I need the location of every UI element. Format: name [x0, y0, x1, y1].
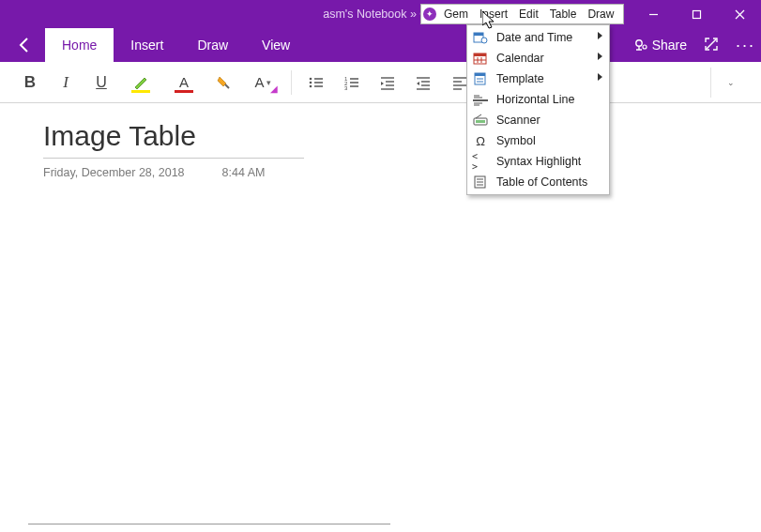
- menu-label: Date and Time: [496, 31, 572, 44]
- tab-draw[interactable]: Draw: [180, 28, 245, 62]
- fullscreen-button[interactable]: [704, 37, 719, 54]
- menu-item-symbol[interactable]: Ω Symbol: [468, 130, 608, 151]
- underline-button[interactable]: U: [84, 68, 118, 98]
- ribbon-toolbar: B I U A A ◢ ▾ 123 ▾ ng 1 ⌄: [0, 62, 761, 103]
- clear-format-icon: A: [254, 74, 264, 90]
- more-button[interactable]: ···: [736, 36, 755, 55]
- menu-item-table-of-contents[interactable]: Table of Contents: [468, 172, 608, 192]
- menu-label: Calendar: [496, 52, 544, 65]
- tab-label: View: [262, 38, 290, 53]
- share-label: Share: [652, 38, 687, 53]
- tab-label: Draw: [197, 38, 228, 53]
- menu-item-horizontal-line[interactable]: Horizontal Line: [468, 89, 608, 110]
- format-painter-button[interactable]: [206, 68, 240, 98]
- page-time[interactable]: 8:44 AM: [222, 166, 266, 179]
- gem-menu-table[interactable]: Table: [544, 7, 583, 22]
- bullet-list-button[interactable]: [299, 68, 333, 98]
- highlighter-icon: [132, 74, 149, 91]
- svg-point-4: [635, 40, 641, 46]
- gem-menu-insert[interactable]: Insert: [474, 7, 513, 22]
- divider: [291, 70, 292, 95]
- omega-icon: Ω: [472, 133, 489, 148]
- svg-marker-23: [381, 82, 384, 85]
- menu-label: Syntax Highlight: [496, 155, 581, 168]
- align-left-icon: [451, 75, 468, 90]
- font-color-icon: A: [179, 74, 189, 90]
- eraser-icon: ◢: [270, 84, 278, 94]
- gem-insert-dropdown: Date and Time Calendar Template Horizont…: [466, 24, 610, 195]
- scanner-icon: [472, 113, 489, 128]
- font-color-button[interactable]: A: [163, 68, 205, 98]
- svg-rect-34: [474, 33, 483, 36]
- toc-icon: [472, 175, 489, 190]
- gem-brand[interactable]: Gem: [438, 7, 474, 22]
- tab-label: Home: [62, 38, 97, 53]
- share-button[interactable]: Share: [633, 38, 687, 53]
- italic-icon: I: [63, 73, 68, 92]
- maximize-button[interactable]: [675, 0, 718, 28]
- menu-item-calendar[interactable]: Calendar: [468, 48, 608, 68]
- svg-point-5: [643, 45, 647, 49]
- page-title-input[interactable]: [43, 120, 306, 152]
- back-button[interactable]: [4, 28, 45, 62]
- menu-item-scanner[interactable]: Scanner: [468, 110, 608, 130]
- svg-line-6: [707, 39, 716, 49]
- titlebar: asm's Notebook » Qui: [0, 0, 761, 28]
- page-meta: Friday, December 28, 2018 8:44 AM: [43, 166, 761, 179]
- code-icon: < >: [472, 154, 489, 169]
- highlight-color-swatch: [131, 90, 150, 93]
- tab-view[interactable]: View: [245, 28, 307, 62]
- calendar-icon: [472, 51, 489, 66]
- submenu-arrow-icon: [598, 32, 602, 39]
- brush-icon: [215, 74, 232, 91]
- outdent-button[interactable]: [371, 68, 404, 98]
- menu-label: Symbol: [496, 134, 536, 147]
- tab-insert[interactable]: Insert: [114, 28, 180, 62]
- footer-line: [28, 524, 390, 524]
- highlight-button[interactable]: [120, 68, 161, 98]
- page-date[interactable]: Friday, December 28, 2018: [43, 166, 185, 179]
- svg-text:3: 3: [344, 85, 348, 90]
- svg-point-9: [310, 84, 312, 87]
- underline-icon: U: [96, 74, 107, 91]
- svg-point-8: [310, 81, 312, 84]
- menu-item-datetime[interactable]: Date and Time: [468, 27, 608, 48]
- tab-home[interactable]: Home: [45, 28, 114, 62]
- svg-rect-42: [475, 73, 485, 76]
- number-list-icon: 123: [343, 75, 360, 90]
- menu-item-syntax-highlight[interactable]: < > Syntax Highlight: [468, 151, 608, 172]
- chevron-down-icon: ⌄: [727, 78, 735, 87]
- minimize-button[interactable]: [632, 0, 675, 28]
- gem-menu-draw[interactable]: Draw: [582, 7, 619, 22]
- tab-label: Insert: [130, 38, 163, 53]
- indent-button[interactable]: [406, 68, 440, 98]
- title-underline: [43, 158, 304, 159]
- font-color-swatch: [175, 90, 193, 93]
- gem-logo-icon: ✦: [423, 8, 436, 21]
- gem-menu-bar: ✦ Gem Insert Edit Table Draw: [420, 4, 624, 24]
- close-button[interactable]: [718, 0, 761, 28]
- svg-line-51: [476, 114, 481, 118]
- horizontal-line-icon: [472, 92, 489, 107]
- page-canvas[interactable]: Friday, December 28, 2018 8:44 AM: [0, 103, 761, 532]
- outdent-icon: [379, 75, 396, 90]
- menu-label: Template: [496, 72, 544, 85]
- styles-dropdown-button[interactable]: ⌄: [710, 68, 748, 98]
- italic-button[interactable]: I: [49, 68, 83, 98]
- ribbon-tabs: Home Insert Draw View Share ···: [0, 28, 761, 62]
- number-list-button[interactable]: 123: [335, 68, 369, 98]
- menu-item-template[interactable]: Template: [468, 68, 608, 89]
- indent-icon: [415, 75, 432, 90]
- window-controls: [632, 0, 761, 28]
- gem-menu-edit[interactable]: Edit: [513, 7, 544, 22]
- svg-point-35: [481, 38, 487, 43]
- bold-button[interactable]: B: [13, 68, 47, 98]
- template-icon: [472, 71, 489, 86]
- bold-icon: B: [24, 73, 36, 92]
- menu-label: Scanner: [496, 114, 540, 127]
- clear-formatting-button[interactable]: A ◢ ▾: [242, 68, 283, 98]
- submenu-arrow-icon: [598, 73, 602, 81]
- svg-rect-1: [693, 10, 700, 18]
- share-icon: [633, 38, 648, 53]
- svg-point-7: [310, 77, 312, 80]
